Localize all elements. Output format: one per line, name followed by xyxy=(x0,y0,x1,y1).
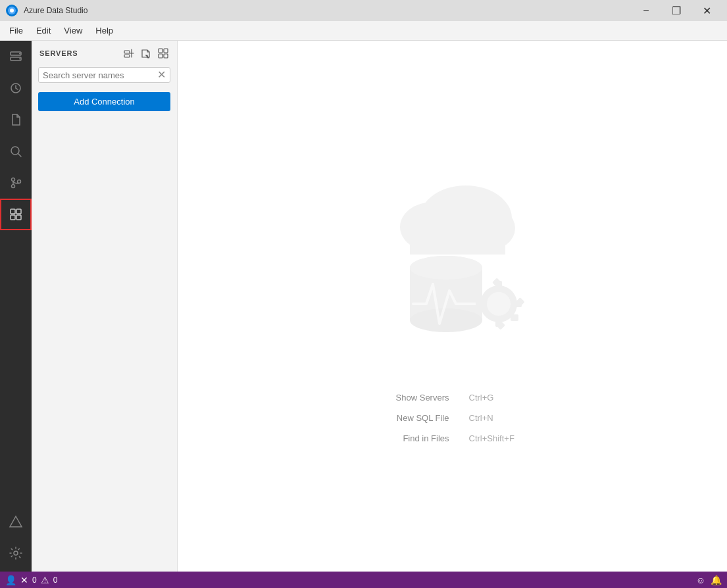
activity-git[interactable] xyxy=(0,167,32,199)
svg-line-9 xyxy=(18,154,22,157)
activity-new-file[interactable] xyxy=(0,104,32,135)
svg-rect-13 xyxy=(11,209,15,214)
svg-rect-26 xyxy=(164,49,168,53)
illustration xyxy=(347,169,558,366)
svg-point-12 xyxy=(18,180,21,184)
status-error-count: 0 xyxy=(32,576,37,585)
window-controls: − ❐ ✕ xyxy=(631,0,722,21)
svg-rect-20 xyxy=(124,55,130,57)
search-clear-icon[interactable]: ✕ xyxy=(157,70,166,80)
shortcut-row-find: Find in Files Ctrl+Shift+F xyxy=(370,433,535,443)
app-body: SERVERS xyxy=(0,41,727,572)
svg-rect-32 xyxy=(410,225,505,255)
svg-rect-14 xyxy=(16,209,21,214)
sidebar-header-icons xyxy=(122,46,170,61)
app-title: Azure Data Studio xyxy=(24,6,631,15)
svg-rect-25 xyxy=(159,49,163,53)
show-servers-link[interactable]: Show Servers xyxy=(370,393,449,403)
svg-rect-15 xyxy=(11,215,15,220)
search-input[interactable] xyxy=(43,70,157,80)
status-smiley-icon[interactable]: ☺ xyxy=(696,575,705,585)
svg-rect-42 xyxy=(476,301,484,307)
svg-rect-28 xyxy=(164,54,168,58)
activity-settings[interactable] xyxy=(0,537,32,569)
menu-edit[interactable]: Edit xyxy=(30,23,57,38)
status-warning-icon: ⚠ xyxy=(41,575,49,585)
close-button[interactable]: ✕ xyxy=(691,0,722,21)
svg-point-35 xyxy=(410,308,482,332)
new-sql-link[interactable]: New SQL File xyxy=(370,413,449,423)
status-left: 👤 ✕ 0 ⚠ 0 xyxy=(5,575,57,585)
status-user-icon[interactable]: 👤 xyxy=(5,575,16,585)
new-connection-icon[interactable] xyxy=(122,46,136,61)
collapse-all-icon[interactable] xyxy=(156,46,170,61)
svg-rect-44 xyxy=(511,314,518,321)
svg-point-36 xyxy=(410,256,482,280)
svg-rect-16 xyxy=(16,215,21,220)
title-bar: Azure Data Studio − ❐ ✕ xyxy=(0,0,727,21)
svg-point-6 xyxy=(19,59,20,60)
activity-servers[interactable] xyxy=(0,41,32,72)
find-files-key: Ctrl+Shift+F xyxy=(469,433,535,443)
status-bar: 👤 ✕ 0 ⚠ 0 ☺ 🔔 xyxy=(0,572,727,588)
search-box[interactable]: ✕ xyxy=(38,67,170,83)
activity-history[interactable] xyxy=(0,72,32,104)
status-bell-icon[interactable]: 🔔 xyxy=(711,575,722,585)
svg-rect-27 xyxy=(159,54,163,58)
shortcut-row-servers: Show Servers Ctrl+G xyxy=(370,393,535,403)
activity-extensions[interactable] xyxy=(0,199,32,230)
status-error-icon: ✕ xyxy=(20,575,28,585)
add-connection-button[interactable]: Add Connection xyxy=(38,92,170,111)
sidebar-header: SERVERS xyxy=(32,41,177,63)
svg-point-5 xyxy=(19,53,20,55)
show-servers-key: Ctrl+G xyxy=(469,393,535,403)
main-content: Show Servers Ctrl+G New SQL File Ctrl+N … xyxy=(178,41,727,572)
menu-bar: File Edit View Help xyxy=(0,21,727,41)
new-sql-key: Ctrl+N xyxy=(469,413,535,423)
svg-point-18 xyxy=(14,551,18,555)
new-query-icon[interactable] xyxy=(139,46,153,61)
menu-file[interactable]: File xyxy=(3,23,30,38)
restore-button[interactable]: ❐ xyxy=(661,0,691,21)
activity-bar xyxy=(0,41,32,572)
svg-point-38 xyxy=(487,292,511,316)
minimize-button[interactable]: − xyxy=(631,0,661,21)
activity-azure[interactable] xyxy=(0,506,32,537)
sidebar: SERVERS xyxy=(32,41,178,572)
sidebar-title: SERVERS xyxy=(39,49,78,57)
status-warning-count: 0 xyxy=(53,576,58,585)
menu-help[interactable]: Help xyxy=(89,23,120,38)
find-files-link[interactable]: Find in Files xyxy=(370,433,449,443)
svg-point-10 xyxy=(12,178,15,182)
svg-marker-17 xyxy=(10,516,22,527)
menu-view[interactable]: View xyxy=(57,23,89,38)
svg-rect-19 xyxy=(124,51,130,53)
shortcuts-section: Show Servers Ctrl+G New SQL File Ctrl+N … xyxy=(370,393,535,443)
status-right: ☺ 🔔 xyxy=(696,575,722,585)
activity-search[interactable] xyxy=(0,135,32,167)
app-icon xyxy=(5,4,18,17)
svg-point-11 xyxy=(12,185,15,188)
shortcut-row-sql: New SQL File Ctrl+N xyxy=(370,413,535,423)
svg-point-2 xyxy=(10,9,14,12)
